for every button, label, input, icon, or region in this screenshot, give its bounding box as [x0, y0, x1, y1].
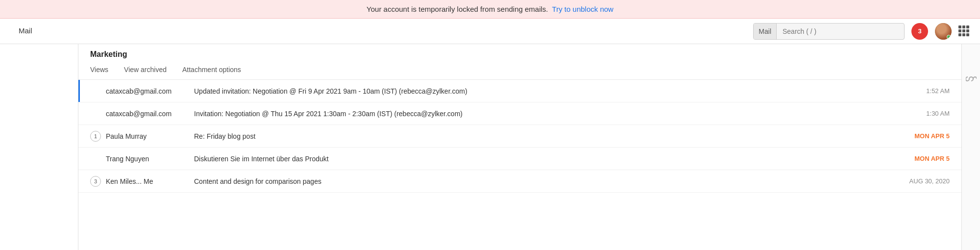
notification-count: 3	[918, 27, 921, 35]
infinity-icon[interactable]	[966, 74, 977, 84]
thread-count: 1	[90, 131, 101, 142]
email-time: AUG 30, 2020	[909, 177, 950, 185]
email-time: 1:30 AM	[910, 110, 950, 117]
tab-view-archived[interactable]: View archived	[116, 63, 174, 77]
email-row[interactable]: 3Ken Miles... MeContent and design for c…	[78, 170, 961, 193]
notification-button[interactable]: 3	[911, 23, 928, 40]
email-subject: Invitation: Negotiation @ Thu 15 Apr 202…	[194, 110, 910, 118]
thread-count	[90, 153, 101, 164]
email-list: cataxcab@gmail.comUpdated invitation: Ne…	[78, 80, 961, 250]
email-subject: Diskutieren Sie im Internet über das Pro…	[194, 155, 910, 163]
email-sender: Ken Miles... Me	[106, 177, 194, 185]
search-label: Mail	[754, 24, 777, 39]
email-sender: cataxcab@gmail.com	[106, 87, 194, 95]
email-subject: Updated invitation: Negotiation @ Fri 9 …	[194, 87, 910, 95]
grid-dot	[958, 29, 961, 32]
unblock-link[interactable]: Try to unblock now	[552, 5, 613, 13]
tab-attachment-options[interactable]: Attachment options	[174, 63, 249, 77]
grid-dot	[962, 25, 965, 28]
sidebar	[0, 44, 78, 250]
content-area: Marketing Views View archived Attachment…	[78, 44, 961, 250]
app-header: Mail Mail 3	[0, 19, 980, 44]
grid-dot	[962, 33, 965, 36]
online-indicator	[947, 35, 951, 39]
mail-tab[interactable]: Mail	[10, 20, 41, 43]
apps-grid-icon[interactable]	[958, 25, 970, 37]
email-row[interactable]: cataxcab@gmail.comUpdated invitation: Ne…	[78, 80, 961, 102]
grid-dot	[966, 29, 969, 32]
header-right: Mail 3	[753, 23, 970, 40]
grid-dot	[958, 33, 961, 36]
main-layout: Marketing Views View archived Attachment…	[0, 44, 980, 250]
tab-views[interactable]: Views	[90, 63, 116, 77]
grid-dot	[962, 29, 965, 32]
email-time: 1:52 AM	[910, 87, 950, 95]
header-left: Mail	[10, 20, 41, 43]
email-sender: Trang Nguyen	[106, 155, 194, 163]
account-locked-banner: Your account is temporarily locked from …	[0, 0, 980, 19]
email-row[interactable]: Trang NguyenDiskutieren Sie im Internet …	[78, 148, 961, 170]
email-time: MON APR 5	[910, 155, 950, 162]
email-sender: Paula Murray	[106, 132, 194, 140]
search-bar[interactable]: Mail	[753, 23, 905, 40]
folder-title: Marketing	[90, 50, 950, 59]
email-row[interactable]: 1Paula MurrayRe: Friday blog postMON APR…	[78, 125, 961, 148]
email-time: MON APR 5	[910, 132, 950, 140]
banner-message: Your account is temporarily locked from …	[367, 5, 548, 13]
email-subject: Re: Friday blog post	[194, 132, 910, 140]
email-subject: Content and design for comparison pages	[194, 177, 909, 185]
grid-dot	[958, 25, 961, 28]
avatar[interactable]	[935, 23, 952, 40]
thread-count	[90, 108, 101, 119]
grid-dot	[966, 33, 969, 36]
unread-accent	[78, 80, 80, 102]
email-sender: cataxcab@gmail.com	[106, 110, 194, 118]
search-input[interactable]	[777, 27, 904, 35]
thread-count: 3	[90, 176, 101, 187]
email-row[interactable]: cataxcab@gmail.comInvitation: Negotiatio…	[78, 102, 961, 125]
thread-count	[90, 86, 101, 97]
content-header: Marketing Views View archived Attachment…	[78, 44, 961, 80]
tab-bar: Views View archived Attachment options	[90, 63, 950, 77]
grid-dot	[966, 25, 969, 28]
right-sidebar-strip	[961, 44, 980, 250]
